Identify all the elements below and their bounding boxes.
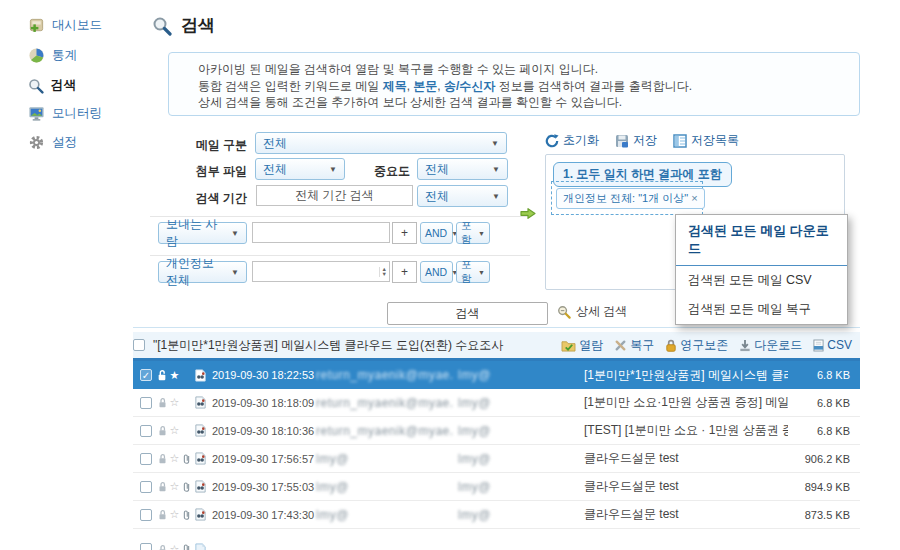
chevron-down-icon: ▼ — [329, 165, 337, 174]
condition-value-input[interactable] — [252, 222, 390, 243]
match-group-box: 개인정보 전체: "1개 이상"× — [551, 181, 703, 215]
sidebar-item-label: 검색 — [51, 77, 76, 94]
operator-select[interactable]: AND▼ — [420, 222, 453, 244]
operator-select[interactable]: AND▼ — [420, 261, 453, 283]
row-checkbox[interactable] — [140, 481, 152, 493]
attachment-label: 첨부 파일 — [182, 163, 247, 180]
lock-icon — [156, 397, 168, 408]
condition-field-select[interactable]: 보내는 사람▼ — [158, 222, 247, 244]
menu-item-restore-all[interactable]: 검색된 모든 메일 복구 — [676, 295, 847, 324]
archive-lock-button[interactable]: 영구보존 — [665, 337, 728, 354]
sidebar-item-monitoring[interactable]: 모니터링 — [28, 105, 102, 122]
row-date: 2019-09-30 17:43:30 — [212, 509, 312, 521]
results-actions: 열람 복구 영구보존 다운로드 CSV — [561, 337, 860, 354]
sidebar-item-label: 모니터링 — [52, 105, 102, 122]
row-checkbox[interactable]: ✓ — [140, 369, 152, 381]
keyword-subject: 제목 — [383, 79, 407, 93]
star-icon[interactable]: ☆ — [168, 480, 181, 493]
sidebar-item-label: 설정 — [52, 134, 77, 151]
mail-file-icon — [192, 452, 208, 465]
include-select[interactable]: 포함▼ — [456, 261, 490, 283]
mail-file-icon — [192, 508, 208, 521]
row-checkbox[interactable] — [140, 543, 152, 550]
table-row[interactable]: ☆ 2019-09-30 18:10:36 return_myaenik@mya… — [133, 417, 860, 445]
refresh-icon — [545, 134, 559, 148]
lock-icon — [156, 425, 168, 436]
select-all-checkbox[interactable] — [133, 339, 145, 351]
sidebar-item-settings[interactable]: 설정 — [28, 134, 77, 151]
remove-tag-icon[interactable]: × — [691, 192, 697, 204]
star-icon[interactable]: ☆ — [168, 396, 181, 409]
menu-item-download-all[interactable]: 검색된 모든 메일 다운로드 — [676, 215, 847, 266]
lock-icon — [156, 509, 168, 520]
menu-item-csv-all[interactable]: 검색된 모든 메일 CSV — [676, 266, 847, 295]
list-icon — [673, 134, 687, 148]
gear-icon — [28, 134, 45, 151]
row-checkbox[interactable] — [140, 509, 152, 521]
row-checkbox[interactable] — [140, 397, 152, 409]
table-row[interactable]: ☆ 2019-09-30 17:43:30 lmy@ lmy@ 클라우드설문 t… — [133, 501, 860, 529]
row-from: lmy@ — [316, 508, 454, 522]
saved-list-button[interactable]: 저장목록 — [673, 132, 739, 149]
lock-icon — [156, 481, 168, 492]
save-icon — [615, 134, 629, 148]
period-select[interactable]: 전체▼ — [417, 185, 508, 207]
row-size: 6.8 KB — [788, 397, 860, 409]
importance-select[interactable]: 전체▼ — [417, 158, 508, 180]
attachment-select[interactable]: 전체▼ — [255, 158, 345, 180]
apply-arrow-icon — [519, 205, 537, 222]
table-row[interactable]: ☆ — [133, 535, 860, 550]
info-line-2: 통합 검색은 입력한 키워드로 메일 제목, 본문, 송/수신자 정보를 검색하… — [198, 78, 859, 95]
restore-button[interactable]: 복구 — [614, 337, 654, 354]
row-checkbox[interactable] — [140, 453, 152, 465]
row-size: 6.8 KB — [788, 425, 860, 437]
mail-file-icon — [192, 396, 208, 409]
add-condition-button[interactable]: + — [392, 261, 417, 283]
save-button[interactable]: 저장 — [615, 132, 657, 149]
detail-search-link[interactable]: 상세 검색 — [557, 303, 627, 320]
condition-tag[interactable]: 개인정보 전체: "1개 이상"× — [556, 188, 705, 209]
period-input[interactable] — [256, 185, 413, 206]
open-button[interactable]: 열람 — [561, 337, 603, 354]
star-icon[interactable]: ☆ — [168, 424, 181, 437]
star-icon[interactable]: ★ — [168, 369, 181, 382]
mail-file-icon — [192, 424, 208, 437]
row-checkbox[interactable] — [140, 425, 152, 437]
search-icon — [557, 305, 571, 319]
star-icon[interactable]: ☆ — [168, 508, 181, 521]
csv-button[interactable]: CSV — [813, 338, 852, 352]
download-context-menu: 검색된 모든 메일 다운로드 검색된 모든 메일 CSV 검색된 모든 메일 복… — [675, 214, 848, 325]
lock-icon — [665, 339, 677, 352]
number-spinner[interactable]: ▲▼ — [379, 267, 389, 277]
results-title: "[1분미만*1만원상품권] 메일시스템 클라우드 도입(전환) 수요조사 — [153, 337, 561, 354]
table-row[interactable]: ☆ 2019-09-30 17:55:03 lmy@ lmy@ 클라우드설문 t… — [133, 473, 860, 501]
sidebar-item-search[interactable]: 검색 — [28, 77, 76, 94]
chevron-down-icon: ▼ — [492, 165, 500, 174]
sidebar-item-label: 통계 — [52, 47, 77, 64]
sidebar-item-stats[interactable]: 통계 — [28, 47, 77, 64]
mail-file-icon — [192, 369, 208, 382]
row-to: lmy@ — [458, 368, 580, 382]
row-size: 894.9 KB — [788, 481, 860, 493]
row-to: lmy@ — [458, 508, 580, 522]
row-from: lmy@ — [316, 480, 454, 494]
table-row[interactable]: ☆ 2019-09-30 18:18:09 return_myaenik@mya… — [133, 389, 860, 417]
search-button[interactable]: 검색 — [387, 302, 548, 325]
include-select[interactable]: 포함▼ — [456, 222, 490, 244]
table-row[interactable]: ✓ ★ 2019-09-30 18:22:53 return_myaenik@m… — [133, 361, 860, 389]
sidebar-item-dashboard[interactable]: 대시보드 — [28, 17, 102, 34]
row-subject: [1분미만 소요·1만원 상품권 증정] 메일시스템 클... — [584, 394, 788, 411]
table-row[interactable]: ☆ 2019-09-30 17:56:57 lmy@ lmy@ 클라우드설문 t… — [133, 445, 860, 473]
download-button[interactable]: 다운로드 — [739, 337, 802, 354]
row-subject: 클라우드설문 test — [584, 450, 788, 467]
star-icon[interactable]: ☆ — [168, 543, 181, 550]
tools-icon — [614, 339, 627, 352]
condition-number-input[interactable]: ▲▼ — [252, 261, 390, 282]
star-icon[interactable]: ☆ — [168, 452, 181, 465]
reset-button[interactable]: 초기화 — [545, 132, 599, 149]
results-header: "[1분미만*1만원상품권] 메일시스템 클라우드 도입(전환) 수요조사 열람… — [133, 332, 860, 358]
row-to: lmy@ — [458, 396, 580, 410]
mail-type-select[interactable]: 전체▼ — [255, 132, 507, 154]
add-condition-button[interactable]: + — [392, 222, 417, 244]
condition-field-select[interactable]: 개인정보 전체▼ — [158, 261, 247, 283]
